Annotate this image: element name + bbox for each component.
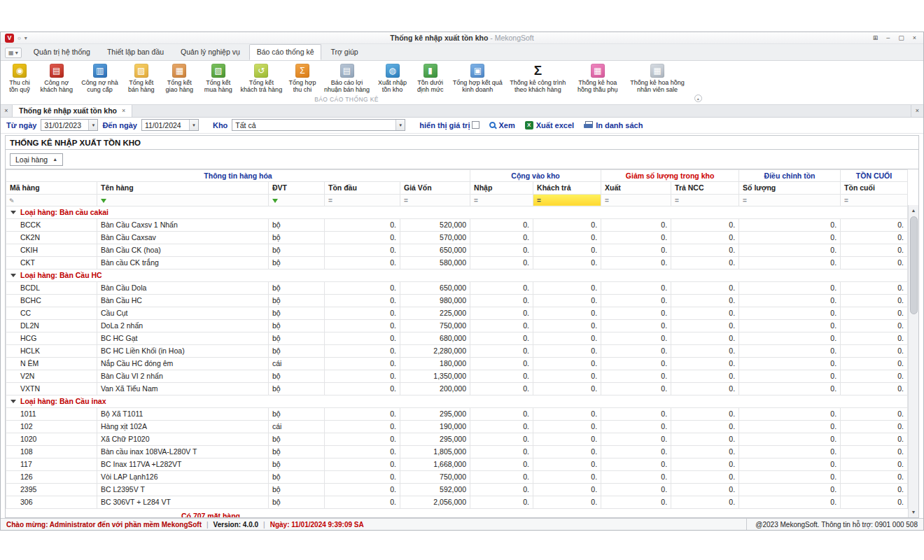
tabstrip-close-left-icon[interactable]: × [1,105,13,117]
cell-ton-cuoi[interactable]: 0. [841,357,908,370]
cell-ton-dau[interactable]: 0. [325,319,400,332]
cell-ton-dau[interactable]: 0. [325,244,400,256]
cell-ma-hang[interactable]: CKIH [6,244,97,256]
warehouse-dropdown-icon[interactable]: ▼ [396,120,405,130]
filter-cell-xuat[interactable]: = [601,194,671,206]
column-header-so-luong[interactable]: Số lượng [739,181,841,194]
cell-ma-hang[interactable]: DL2N [6,319,97,332]
cell-ton-dau[interactable]: 0. [325,496,400,508]
column-header-tra-ncc[interactable]: Trả NCC [671,181,739,194]
menu-grid-icon[interactable]: ▦ ▾ [5,48,22,58]
cell-ten-hang[interactable]: Bàn Cầu Dola [97,281,269,294]
cell-dvt[interactable]: bộ [269,307,325,319]
cell-gia-von[interactable]: 295,000 [400,407,470,420]
from-date-input[interactable]: 31/01/2023 ▼ [41,119,98,131]
cell-ten-hang[interactable]: BC HC Gạt [97,332,269,344]
filter-cell-ma-hang[interactable]: ✎ [6,194,97,206]
cell-ton-cuoi[interactable]: 0. [841,319,908,332]
ribbon-item-thong-ke-hoa-hong-nhan-vien-sale[interactable]: ▦Thống kê hoa hồng nhân viên sale [625,62,690,95]
cell-nhap[interactable]: 0. [470,256,533,269]
cell-tra-ncc[interactable]: 0. [671,244,739,256]
cell-dvt[interactable]: bộ [269,294,325,307]
cell-ma-hang[interactable]: 2395 [6,483,97,496]
cell-xuat[interactable]: 0. [601,244,671,256]
cell-khach-tra[interactable]: 0. [533,370,601,382]
cell-gia-von[interactable]: 180,000 [400,357,470,370]
to-date-input[interactable]: 11/01/2024 ▼ [141,119,199,131]
cell-so-luong[interactable]: 0. [739,382,841,395]
cell-ten-hang[interactable]: Xã Chữ P1020 [97,433,269,445]
cell-ten-hang[interactable]: Bàn Cầu HC [97,294,269,307]
ribbon-item-tong-ket-mua-hang[interactable]: ▧Tổng kết mua hàng [199,62,238,95]
cell-ma-hang[interactable]: VXTN [6,382,97,395]
cell-ten-hang[interactable]: Nắp Cầu HC đóng êm [97,357,269,370]
cell-ton-cuoi[interactable]: 0. [841,281,908,294]
cell-ten-hang[interactable]: Bàn cầu inax 108VA-L280V T [97,445,269,458]
cell-khach-tra[interactable]: 0. [533,445,601,458]
cell-xuat[interactable]: 0. [601,370,671,382]
cell-nhap[interactable]: 0. [470,370,533,382]
cell-so-luong[interactable]: 0. [739,281,841,294]
cell-tra-ncc[interactable]: 0. [671,370,739,382]
cell-gia-von[interactable]: 650,000 [400,244,470,256]
cell-ma-hang[interactable]: 108 [6,445,97,458]
cell-nhap[interactable]: 0. [470,382,533,395]
cell-ton-dau[interactable]: 0. [325,433,400,445]
cell-khach-tra[interactable]: 0. [533,382,601,395]
cell-khach-tra[interactable]: 0. [533,483,601,496]
cell-ton-cuoi[interactable]: 0. [841,407,908,420]
filter-cell-ton-dau[interactable]: = [325,194,400,206]
cell-ton-dau[interactable]: 0. [325,458,400,470]
cell-so-luong[interactable]: 0. [739,433,841,445]
cell-khach-tra[interactable]: 0. [533,244,601,256]
cell-so-luong[interactable]: 0. [739,407,841,420]
cell-so-luong[interactable]: 0. [739,370,841,382]
ribbon-item-thong-ke-cong-trinh-theo-khach-hang[interactable]: ΣThống kê công trình theo khách hàng [505,62,570,95]
cell-gia-von[interactable]: 225,000 [400,307,470,319]
cell-ton-dau[interactable]: 0. [325,420,400,433]
cell-khach-tra[interactable]: 0. [533,458,601,470]
cell-xuat[interactable]: 0. [601,344,671,357]
cell-gia-von[interactable]: 580,000 [400,256,470,269]
show-values-checkbox[interactable] [472,121,479,129]
cell-ten-hang[interactable]: Van Xã Tiểu Nam [97,382,269,395]
cell-ton-cuoi[interactable]: 0. [841,344,908,357]
cell-so-luong[interactable]: 0. [739,458,841,470]
ribbon-item-tong-ket-giao-hang[interactable]: ▦Tổng kết giao hàng [160,62,199,95]
cell-so-luong[interactable]: 0. [739,307,841,319]
ribbon-item-ton-duoi-dinh-muc[interactable]: ▮Tồn dưới định mức [411,62,449,95]
cell-xuat[interactable]: 0. [601,294,671,307]
cell-ton-dau[interactable]: 0. [325,307,400,319]
column-header-ten-hang[interactable]: Tên hàng [97,181,269,194]
cell-ton-dau[interactable]: 0. [325,357,400,370]
cell-gia-von[interactable]: 1,350,000 [400,370,470,382]
cell-dvt[interactable]: bộ [269,407,325,420]
cell-gia-von[interactable]: 570,000 [400,231,470,244]
cell-tra-ncc[interactable]: 0. [671,231,739,244]
cell-ton-cuoi[interactable]: 0. [841,332,908,344]
cell-xuat[interactable]: 0. [601,445,671,458]
cell-ton-dau[interactable]: 0. [325,218,400,231]
cell-ton-cuoi[interactable]: 0. [841,218,908,231]
cell-gia-von[interactable]: 750,000 [400,470,470,483]
cell-ten-hang[interactable]: Bộ Xã T1011 [97,407,269,420]
cell-nhap[interactable]: 0. [470,420,533,433]
cell-ton-dau[interactable]: 0. [325,470,400,483]
ribbon-item-tong-ket-khach-tra-hang[interactable]: ↺Tổng kết khách trả hàng [238,62,286,95]
scroll-up-icon[interactable]: ▲ [909,205,918,216]
cell-so-luong[interactable]: 0. [739,445,841,458]
scroll-down-icon[interactable]: ▼ [909,507,918,517]
cell-ton-dau[interactable]: 0. [325,382,400,395]
filter-cell-gia-von[interactable]: = [400,194,470,206]
cell-ma-hang[interactable]: N ÊM [6,357,97,370]
cell-dvt[interactable]: bộ [269,370,325,382]
vertical-scrollbar[interactable]: ▲ ▼ [908,205,918,517]
cell-khach-tra[interactable]: 0. [533,332,601,344]
cell-ten-hang[interactable]: DoLa 2 nhấn [97,319,269,332]
cell-khach-tra[interactable]: 0. [533,319,601,332]
column-header-dvt[interactable]: ĐVT [269,181,325,194]
cell-ton-cuoi[interactable]: 0. [841,244,908,256]
cell-ten-hang[interactable]: Bàn Cầu Caxsav [97,231,269,244]
cell-ton-cuoi[interactable]: 0. [841,483,908,496]
cell-gia-von[interactable]: 592,000 [400,483,470,496]
